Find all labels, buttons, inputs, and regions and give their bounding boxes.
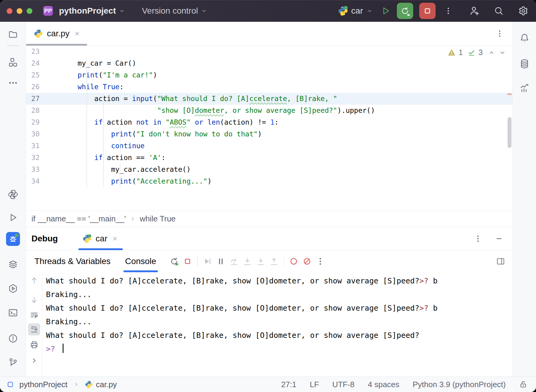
code-line-32[interactable]: 32 if action == 'A': (26, 152, 512, 164)
code-with-me-button[interactable] (469, 5, 480, 16)
line-number[interactable]: 30 (26, 128, 61, 140)
code-editor[interactable]: 2324 my_car = Car()25 print("I'm a car!"… (26, 46, 512, 211)
stop-button[interactable] (181, 255, 194, 268)
bp-mute-icon (302, 257, 312, 266)
vcs-menu-button[interactable]: Version control (140, 6, 209, 16)
line-number[interactable]: 24 (26, 57, 61, 69)
status-widget-27-1[interactable]: 27:1 (281, 380, 296, 389)
debug-more-button[interactable] (314, 255, 327, 268)
line-number[interactable]: 28 (26, 105, 61, 116)
python-packages-tool-button[interactable] (6, 188, 20, 201)
editor-scrollbar[interactable] (508, 117, 511, 148)
tab-options-button[interactable] (494, 29, 506, 38)
code-line-24[interactable]: 24 my_car = Car() (26, 57, 512, 69)
hide-panel-button[interactable] (495, 234, 503, 243)
step-out-button[interactable] (267, 255, 281, 268)
code-line-23[interactable]: 23 (26, 46, 512, 57)
code-line-28[interactable]: 28 "show [O]dometer, or show average [S]… (26, 105, 512, 116)
view-breakpoints-button[interactable] (287, 255, 300, 268)
settings-button[interactable] (518, 5, 529, 16)
debug-options-button[interactable] (474, 234, 482, 243)
console-output[interactable]: What should I do? [A]ccelerate, [B]rake,… (42, 272, 512, 377)
run-tool-button[interactable] (6, 211, 20, 224)
error-stripe-mark[interactable] (507, 93, 512, 95)
pause-button[interactable] (214, 255, 227, 268)
debug-session-tab[interactable]: car (75, 227, 126, 250)
code-line-27[interactable]: 27 action = input("What should I do? [A]… (26, 93, 512, 105)
soft-wrap-button[interactable] (28, 309, 40, 321)
line-number[interactable]: 29 (26, 116, 61, 128)
status-project-button[interactable]: pythonProject (18, 380, 69, 390)
code-line-29[interactable]: 29 if action not in "ABOS" or len(action… (26, 116, 512, 128)
line-number[interactable]: 26 (26, 81, 61, 93)
close-icon[interactable] (74, 30, 81, 37)
code-line-26[interactable]: 26 while True: (26, 81, 512, 93)
breadcrumb-item[interactable]: if __name__ == '__main__' (31, 214, 126, 224)
code-line-25[interactable]: 25 print("I'm a car!") (26, 69, 512, 81)
breadcrumb-item[interactable]: while True (140, 214, 176, 224)
services-tool-button[interactable] (6, 257, 20, 271)
tab-console[interactable]: Console (122, 250, 159, 272)
expand-gutter-button[interactable] (28, 354, 40, 367)
status-file-button[interactable]: car.py (83, 380, 119, 390)
version-control-tool-button[interactable] (6, 355, 20, 369)
minimize-window-button[interactable] (17, 8, 22, 14)
code-line-31[interactable]: 31 continue (26, 140, 512, 152)
mute-breakpoints-button[interactable] (300, 255, 314, 268)
project-tool-button[interactable] (6, 28, 20, 41)
stop-process-button[interactable] (419, 3, 436, 19)
notifications-tool-button[interactable] (518, 31, 531, 45)
titlebar-more-button[interactable] (444, 7, 453, 15)
scroll-to-end-button[interactable] (28, 323, 40, 335)
search-everywhere-button[interactable] (494, 6, 504, 16)
zoom-window-button[interactable] (27, 8, 32, 14)
rerun-debug-button[interactable] (397, 3, 413, 19)
tab-threads-variables[interactable]: Threads & Variables (31, 250, 114, 272)
structure-tool-button[interactable] (6, 55, 20, 69)
force-step-into-button[interactable] (254, 255, 267, 268)
plots-tool-button[interactable] (518, 81, 531, 95)
line-number[interactable]: 31 (26, 140, 61, 152)
rerun-debugger-button[interactable] (168, 255, 181, 268)
layout-settings-button[interactable] (496, 257, 505, 266)
code-line-33[interactable]: 33 my_car.accelerate() (26, 164, 512, 175)
prev-occurrence-button[interactable] (28, 274, 40, 286)
run-config-selector[interactable]: car (336, 5, 375, 16)
step-into-button[interactable] (241, 255, 254, 268)
status-widget-lf[interactable]: LF (310, 380, 319, 389)
stop-icon (423, 6, 432, 15)
line-number[interactable]: 33 (26, 164, 61, 175)
debug-tool-button[interactable] (6, 232, 20, 246)
line-number[interactable]: 27 (26, 93, 61, 105)
inspections-widget[interactable]: 1 3 (448, 48, 506, 57)
code-line-30[interactable]: 30 print("I don't know how to do that") (26, 128, 512, 140)
print-console-button[interactable] (28, 339, 40, 351)
more-tool-windows-button[interactable] (6, 76, 20, 90)
status-widget-4-spaces[interactable]: 4 spaces (368, 380, 399, 389)
more-h-icon (8, 78, 18, 88)
step-over-button[interactable] (227, 255, 241, 268)
prev-problem-button[interactable] (488, 49, 495, 57)
tab-car-py[interactable]: car.py (26, 22, 89, 45)
console-gutter (26, 272, 42, 377)
debug-panel-header: Debug car (26, 227, 512, 250)
terminal-tool-button[interactable] (6, 306, 20, 320)
resume-button[interactable] (201, 255, 214, 268)
database-tool-button[interactable] (518, 57, 531, 71)
python-console-tool-button[interactable] (6, 282, 20, 296)
line-number[interactable]: 32 (26, 152, 61, 164)
project-menu-button[interactable]: pythonProject (57, 6, 127, 16)
close-window-button[interactable] (7, 8, 12, 14)
line-number[interactable]: 23 (26, 46, 61, 57)
line-number[interactable]: 25 (26, 69, 61, 81)
line-number[interactable]: 34 (26, 175, 61, 187)
code-line-34[interactable]: 34 print("Accelerating...") (26, 175, 512, 187)
close-icon[interactable] (111, 235, 119, 242)
status-widget-python-3.9-pythonproject-[interactable]: Python 3.9 (pythonProject) (413, 380, 506, 389)
lock-button[interactable] (519, 380, 528, 389)
problems-tool-button[interactable] (6, 332, 20, 345)
run-button[interactable] (381, 6, 391, 16)
next-problem-button[interactable] (498, 49, 506, 57)
next-occurrence-button[interactable] (28, 294, 40, 306)
status-widget-utf-8[interactable]: UTF-8 (332, 380, 355, 389)
